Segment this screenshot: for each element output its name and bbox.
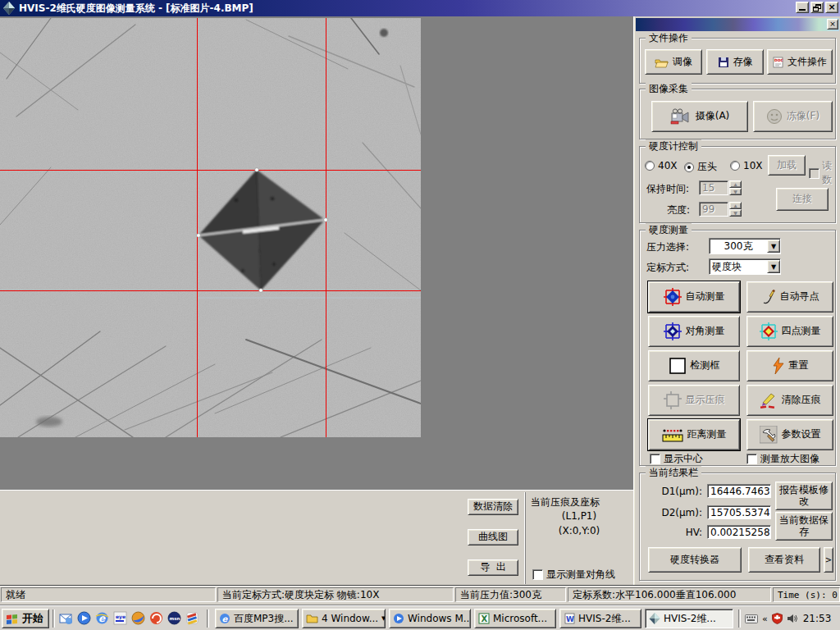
- four-point-button[interactable]: 四点测量: [746, 316, 833, 347]
- svg-text:DOC: DOC: [774, 58, 783, 62]
- blue-crosshair-icon: [664, 322, 682, 340]
- outlook-express-icon[interactable]: [59, 611, 73, 625]
- panel-close-button[interactable]: ×: [827, 19, 838, 30]
- restore-button[interactable]: [810, 2, 824, 13]
- thunder-icon[interactable]: [149, 611, 163, 625]
- load-image-button[interactable]: 调像: [645, 49, 702, 75]
- panel-caption-bar[interactable]: ×: [636, 18, 839, 31]
- clock[interactable]: 21:53: [803, 613, 832, 624]
- radio-10x-circle[interactable]: [730, 161, 740, 171]
- close-button[interactable]: ×: [825, 2, 838, 13]
- capture-button[interactable]: 摄像(A): [651, 101, 748, 132]
- spin-down-icon[interactable]: ▼: [729, 188, 742, 195]
- clear-data-button[interactable]: 数据清除: [468, 499, 518, 515]
- msn-icon[interactable]: msn: [167, 611, 181, 625]
- radio-10x[interactable]: 10X: [730, 160, 763, 171]
- zoom-measure-checkbox[interactable]: 测量放大图像: [746, 452, 819, 466]
- connect-button[interactable]: 连接: [776, 188, 829, 211]
- d2-field[interactable]: 15705.5374: [707, 505, 771, 519]
- security-shield-icon[interactable]: [772, 613, 783, 624]
- more-button[interactable]: >: [824, 547, 833, 573]
- export-button[interactable]: 导 出: [468, 559, 518, 576]
- auto-measure-label: 自动测量: [686, 291, 725, 302]
- task-windows-media[interactable]: Windows M...: [389, 609, 471, 628]
- show-diagonal-box[interactable]: [532, 569, 543, 580]
- radio-40x-circle[interactable]: [645, 161, 655, 171]
- curve-chart-button[interactable]: 曲线图: [468, 529, 518, 546]
- status-calibration: 当前定标方式:硬度块定标 物镜:10X: [217, 587, 454, 602]
- hv-field[interactable]: 0.00215258: [707, 525, 771, 539]
- specimen-image[interactable]: [0, 18, 421, 437]
- media-player-icon[interactable]: [77, 611, 91, 625]
- dropdown-icon[interactable]: ▼: [767, 240, 780, 253]
- show-center-box[interactable]: [650, 454, 660, 464]
- read-checkbox[interactable]: 读数: [809, 159, 835, 187]
- show-center-checkbox[interactable]: 显示中心: [650, 452, 703, 466]
- pressure-select[interactable]: 300克 ▼: [709, 238, 781, 254]
- taskbar-divider: [207, 609, 209, 628]
- svg-text:X: X: [482, 614, 488, 623]
- spin-up-icon[interactable]: ▲: [729, 180, 742, 188]
- windows-flag-icon: [6, 613, 19, 624]
- minimize-button[interactable]: [796, 2, 809, 13]
- status-pressure: 当前压力值:300克: [455, 587, 566, 602]
- task-windows-group[interactable]: 4 Window... ▼: [302, 609, 386, 628]
- zoom-measure-box[interactable]: [746, 454, 757, 464]
- freeze-button[interactable]: 冻像(F): [753, 101, 833, 132]
- report-template-button[interactable]: 报告模板修改: [775, 482, 833, 510]
- title-bar: HVIS-2维氏硬度图像测量系统 - [标准图片-4.BMP] ×: [0, 0, 840, 16]
- hold-time-field[interactable]: 15: [699, 180, 728, 195]
- status-ready: 就绪: [1, 587, 216, 602]
- show-diagonal-checkbox[interactable]: 显示测量对角线: [532, 568, 615, 582]
- keyboard-icon[interactable]: [745, 614, 758, 623]
- eye-app-icon[interactable]: eye: [113, 611, 127, 625]
- hold-time-spinner[interactable]: ▲ ▼: [729, 180, 742, 195]
- distance-measure-button[interactable]: 距离测量: [648, 419, 740, 450]
- show-indent-button[interactable]: 显示压痕: [648, 385, 740, 416]
- view-material-button[interactable]: 查看资料: [748, 547, 820, 573]
- svg-text:eye: eye: [116, 614, 126, 620]
- folder-open-icon: [655, 57, 669, 68]
- globe-browser-icon[interactable]: [131, 611, 145, 625]
- word-icon: W: [564, 613, 575, 624]
- load-image-label: 调像: [673, 57, 692, 67]
- tester-control-group: 硬度计控制 40X 压头 10X 加载 读数 保持时间: 15 ▲ ▼ 亮度: …: [639, 146, 836, 223]
- dropdown-icon[interactable]: ▼: [767, 260, 780, 273]
- app-icon: [2, 2, 16, 15]
- task-hvis-active[interactable]: HVIS-2维...: [645, 609, 733, 628]
- status-coefficient: 定标系数:水平106.000垂直106.000: [568, 587, 771, 602]
- hardness-converter-button[interactable]: 硬度转换器: [648, 547, 742, 573]
- param-settings-button[interactable]: 参数设置: [746, 419, 833, 450]
- taskbar: 开始 e eye msn e 百度MP3搜... 4 Window... ▼ W…: [0, 605, 840, 630]
- control-panel: × 文件操作 调像 存像 DOC 文件操作 图像采集 摄像(A) 冻像(F) 硬…: [633, 16, 840, 585]
- auto-measure-button[interactable]: 自动测量: [648, 281, 740, 313]
- detect-box-button[interactable]: 检测框: [648, 350, 740, 381]
- read-checkbox-box[interactable]: [809, 168, 819, 179]
- brightness-field[interactable]: 99: [699, 202, 728, 217]
- save-image-button[interactable]: 存像: [706, 49, 764, 75]
- clear-indent-button[interactable]: 清除压痕: [746, 385, 833, 416]
- d1-field[interactable]: 16446.7463: [707, 484, 771, 498]
- radio-40x[interactable]: 40X: [645, 160, 678, 171]
- radio-indenter-circle[interactable]: [684, 162, 694, 172]
- save-data-button[interactable]: 当前数据保存: [775, 512, 833, 541]
- reset-button[interactable]: 重置: [746, 350, 833, 381]
- brightness-spinner[interactable]: ▲ ▼: [729, 202, 742, 217]
- diagonal-measure-button[interactable]: 对角测量: [648, 316, 740, 347]
- measurement-group: 硬度测量 压力选择: 300克 ▼ 定标方式: 硬度块 ▼ 自动测量 自动寻点 …: [639, 230, 836, 466]
- radio-indenter[interactable]: 压头: [684, 160, 717, 174]
- auto-find-button[interactable]: 自动寻点: [746, 281, 833, 313]
- start-button[interactable]: 开始: [2, 609, 49, 628]
- coord-panel: 当前压痕及座标 (L1,P1) (X:0,Y:0) 显示测量对角线: [525, 492, 632, 584]
- task-baidu-mp3[interactable]: e 百度MP3搜...: [215, 609, 299, 628]
- task-word[interactable]: W HVIS-2维...: [559, 609, 641, 628]
- speaker-icon[interactable]: [787, 614, 797, 623]
- wps-icon[interactable]: [185, 611, 199, 625]
- calib-mode-select[interactable]: 硬度块 ▼: [709, 258, 781, 275]
- load-force-button[interactable]: 加载: [768, 155, 806, 176]
- tray-collapse-icon[interactable]: «: [762, 614, 768, 624]
- internet-explorer-icon[interactable]: e: [95, 611, 109, 625]
- coord-point: (L1,P1): [526, 510, 632, 522]
- task-excel[interactable]: X Microsoft...: [474, 609, 556, 628]
- file-ops-button[interactable]: DOC 文件操作: [767, 49, 833, 75]
